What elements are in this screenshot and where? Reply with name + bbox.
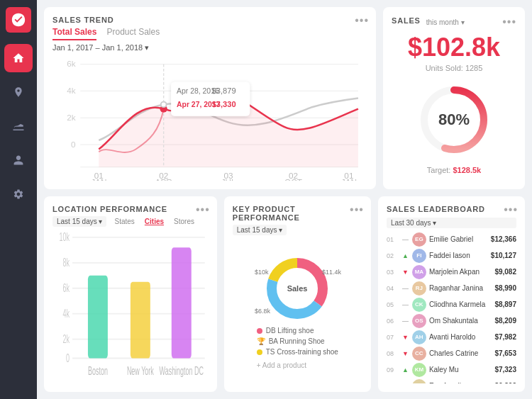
sales-amount: $102.8k [408,33,500,62]
filter-stores[interactable]: Stores [172,217,196,226]
lb-trend-arrow: — [402,301,409,308]
svg-text:6k: 6k [67,60,76,69]
leaderboard-row: 08▼CCCharles Catrine$7,653 [387,347,516,361]
legend-label-ba: BA Running Shoe [269,337,325,345]
leaderboard-row: 10—EAEva Aurelianus$6,802 [387,379,516,383]
svg-text:$3,879: $3,879 [212,86,236,95]
legend-item-ba: 🏆 BA Running Shoe [257,337,338,345]
lb-rank: 02 [387,252,399,259]
sales-month-subtitle[interactable]: this month ▾ [426,18,465,26]
svg-text:$6.8k: $6.8k [255,308,271,315]
lb-rank: 09 [387,366,399,373]
legend-label-db: DB Lifting shoe [266,327,314,335]
main-content: SALES TREND Total Sales Product Sales Ja… [37,0,532,399]
product-legend: DB Lifting shoe 🏆 BA Running Shoe TS Cro… [257,327,338,369]
location-title: LOCATION PERFORMANCE [52,205,167,213]
target-text: Target: $128.5k [427,166,481,174]
sales-trend-card: SALES TREND Total Sales Product Sales Ja… [44,7,376,189]
leaderboard-period[interactable]: Last 30 days ▾ [387,218,516,228]
lb-amount: $7,653 [494,349,516,357]
lb-avatar: AH [412,330,426,344]
lb-name: Marjolein Akpan [429,268,492,276]
svg-rect-43 [172,247,192,358]
lb-trend-arrow: ▲ [402,252,409,259]
filter-states[interactable]: States [112,217,136,226]
svg-text:JUL: JUL [221,178,236,181]
lb-trend-arrow: — [402,317,409,325]
sales-month-header: SALES this month ▾ ••• [392,16,516,28]
svg-rect-41 [88,275,108,358]
lb-rank: 05 [387,301,399,308]
lb-avatar: CK [412,298,426,312]
legend-dot-db [257,328,262,334]
sales-trend-chart: 6k 4k 2k 0 01 JAN 02 APR 03 JUL 02 OCT 0… [52,55,367,181]
bottom-row: LOCATION PERFORMANCE ••• Last 15 days ▾ … [44,196,525,392]
legend-item-ts: TS Cross-training shoe [257,348,338,356]
svg-text:10k: 10k [59,231,70,244]
leaderboard-card: SALES LEADERBOARD ••• Last 30 days ▾ 01—… [378,196,525,392]
legend-icon-ba: 🏆 [257,337,265,345]
lb-amount: $12,366 [491,235,516,243]
leaderboard-row: 02▲FIFaddei Iason$10,127 [387,249,516,263]
units-sold: Units Sold: 1285 [426,64,483,72]
key-product-card: KEY PRODUCT PERFORMANCE ••• Last 15 days… [224,196,371,392]
legend-dot-ts [257,349,262,355]
key-product-period[interactable]: Last 15 days ▾ [233,225,287,235]
lb-amount: $8,209 [494,317,516,325]
lb-amount: $8,990 [494,284,516,292]
key-product-title: KEY PRODUCT PERFORMANCE [233,205,362,222]
svg-text:Sales: Sales [287,284,308,293]
logo[interactable] [6,7,31,33]
legend-label-ts: TS Cross-training shoe [266,348,338,356]
leaderboard-row: 04—RJRaganhar Janina$8,990 [387,281,516,296]
add-product-button[interactable]: + Add a product [257,361,338,369]
sales-trend-menu[interactable]: ••• [355,14,369,27]
sales-donut-container: 80% [415,81,493,159]
lb-amount: $7,982 [494,333,516,341]
leaderboard-menu[interactable]: ••• [504,203,518,216]
sidebar-item-settings[interactable] [4,180,33,208]
sales-month-menu[interactable]: ••• [502,16,516,28]
location-performance-card: LOCATION PERFORMANCE ••• Last 15 days ▾ … [44,196,217,392]
lb-trend-arrow: ▲ [402,366,409,373]
leaderboard-row: 09▲KMKaley Mu$7,323 [387,363,516,377]
svg-text:Boston: Boston [88,364,108,378]
location-filters: Last 15 days ▾ States Cities Stores [52,216,209,227]
sidebar [0,0,37,399]
lb-rank: 10 [387,383,399,383]
sales-month-card: SALES this month ▾ ••• $102.8k Units Sol… [383,7,525,189]
lb-name: Om Shakuntala [429,317,492,325]
location-menu[interactable]: ••• [196,203,210,216]
location-period[interactable]: Last 15 days ▾ [52,216,106,227]
lb-trend-arrow: ▼ [402,334,409,341]
sidebar-item-location[interactable] [4,78,33,106]
tab-total-sales[interactable]: Total Sales [52,27,96,40]
svg-text:0: 0 [71,140,76,149]
sidebar-item-home[interactable] [4,44,33,72]
bar-chart: 10k 8k 6k 4k 2k 0 Boston New York Washi [52,231,209,383]
top-row: SALES TREND Total Sales Product Sales Ja… [44,7,525,189]
svg-text:$10k: $10k [255,269,269,276]
lb-rank: 03 [387,269,399,276]
svg-text:JAN: JAN [341,178,357,181]
key-product-menu[interactable]: ••• [350,203,364,216]
lb-rank: 06 [387,317,399,325]
lb-avatar: CC [412,347,426,361]
leaderboard-row: 01—EGEmilie Gabriel$12,366 [387,232,516,247]
filter-cities[interactable]: Cities [143,217,166,226]
date-range[interactable]: Jan 1, 2017 – Jan 1, 2018 ▾ [52,43,160,52]
lb-avatar: RJ [412,281,426,296]
legend-item-db: DB Lifting shoe [257,327,338,335]
sidebar-item-user[interactable] [4,146,33,174]
tab-row: Total Sales Product Sales [52,27,160,40]
sidebar-item-shoe[interactable] [4,112,33,140]
tab-product-sales[interactable]: Product Sales [106,27,160,40]
svg-rect-42 [131,281,150,358]
lb-amount: $7,323 [494,366,516,373]
svg-text:$3,330: $3,330 [212,100,236,108]
sales-month-title: SALES [392,16,421,25]
lb-name: Faddei Iason [429,252,488,259]
sales-trend-title: SALES TREND [52,16,160,24]
target-label: Target: [427,166,453,174]
lb-rank: 01 [387,236,399,243]
